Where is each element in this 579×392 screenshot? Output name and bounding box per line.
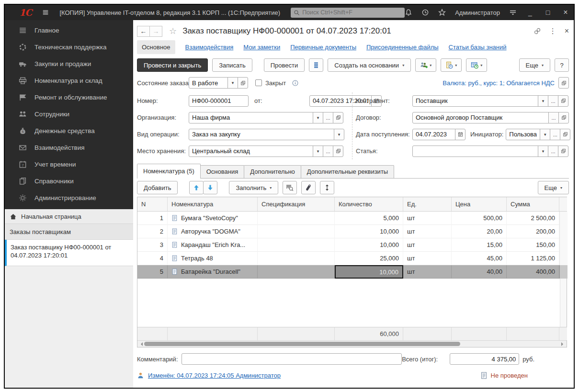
close-window-button[interactable]: × (561, 8, 570, 17)
current-user[interactable]: Администратор (455, 9, 500, 16)
col-header-specification[interactable]: Спецификация (258, 197, 335, 212)
col-header-price[interactable]: Цена (452, 197, 507, 212)
table-more-button[interactable]: Еще▾ (538, 181, 569, 194)
more-menu-icon[interactable]: ⋮ (549, 27, 556, 35)
sidebar-item-interactions[interactable]: Взаимодействия (5, 139, 133, 156)
table-row[interactable]: 3 Карандаш "Erich Kra... 10,000 шт 15,00… (137, 238, 567, 252)
nav-link-main[interactable]: Основное (137, 40, 175, 54)
v-scroll-track[interactable] (559, 212, 568, 225)
v-scroll-track[interactable] (559, 265, 568, 279)
number-input[interactable] (189, 95, 249, 107)
sidebar-item-time[interactable]: Учет времени (5, 156, 133, 173)
tab-home-page[interactable]: Начальная страница (5, 209, 133, 224)
sidebar-item-main[interactable]: Главное (5, 22, 133, 39)
dropdown-button[interactable]: ▾ (334, 129, 344, 140)
initiator-input[interactable] (506, 129, 540, 140)
main-menu-icon[interactable] (42, 9, 49, 16)
document-tasks-button[interactable]: ▾ (441, 58, 462, 72)
dropdown-button[interactable]: ▾ (227, 77, 238, 89)
tab-nomenclature[interactable]: Номенклатура (5) (137, 164, 201, 179)
nav-link-primary-docs[interactable]: Первичные документы (290, 44, 356, 51)
tab-grounds[interactable]: Основания (200, 165, 245, 178)
create-based-on-button[interactable]: Создать на основании▾ (328, 58, 411, 72)
calendar-button[interactable] (455, 129, 465, 140)
dropdown-button[interactable]: ▾ (540, 129, 550, 140)
help-button[interactable]: ? (555, 58, 569, 72)
nav-link-interactions[interactable]: Взаимодействия (185, 44, 234, 51)
close-document-icon[interactable]: × (565, 27, 569, 35)
storage-input[interactable] (189, 146, 313, 157)
service-menu-icon[interactable] (509, 9, 517, 16)
sidebar-item-purchases[interactable]: Закупки и продажи (5, 56, 133, 72)
dropdown-button[interactable]: ▾ (313, 146, 323, 157)
barcode-search-button[interactable] (283, 181, 297, 194)
barcode-scanner-button[interactable] (301, 181, 316, 194)
choose-button[interactable]: ... (323, 146, 333, 157)
article-input[interactable] (412, 146, 538, 157)
col-header-nomenclature[interactable]: Номенклатура (168, 197, 258, 212)
scroll-left-icon[interactable] (139, 342, 143, 346)
col-header-sum[interactable]: Сумма (507, 197, 559, 212)
history-icon[interactable] (421, 9, 429, 16)
more-button[interactable]: Еще▾ (519, 58, 550, 72)
total-input[interactable] (450, 353, 519, 365)
horizontal-scrollbar[interactable] (137, 340, 567, 347)
favorite-star-icon[interactable]: ☆ (169, 26, 177, 36)
save-button[interactable]: Записать (212, 58, 252, 72)
scroll-right-icon[interactable] (561, 342, 565, 346)
col-header-n[interactable]: N (137, 197, 168, 212)
sidebar-item-catalogs[interactable]: Справочники (5, 173, 133, 190)
dropdown-button[interactable]: ▾ (538, 146, 548, 157)
post-and-close-button[interactable]: Провести и закрыть (137, 58, 208, 72)
tab-supplier-order-document[interactable]: Заказ поставщику НФ00-000001 от 04.07.20… (5, 240, 133, 266)
sidebar-item-nomenclature[interactable]: Номенклатура и склад (5, 72, 133, 89)
open-button[interactable] (333, 112, 343, 123)
sidebar-item-employees[interactable]: Сотрудники (5, 106, 133, 123)
focused-cell[interactable]: 10,000 (335, 265, 403, 279)
move-down-button[interactable] (203, 181, 217, 194)
open-button[interactable] (558, 112, 569, 123)
maximize-button[interactable]: □ (544, 9, 552, 16)
search-input[interactable] (302, 9, 402, 16)
tab-additional-requisites[interactable]: Дополнительные реквизиты (301, 165, 394, 178)
operation-input[interactable] (189, 129, 334, 140)
table-row-selected[interactable]: 5 Батарейка "Duracell" 10,000 шт 40,00 4… (137, 265, 567, 279)
sidebar-item-administration[interactable]: Администрирование (5, 190, 133, 206)
info-icon[interactable] (292, 79, 299, 87)
dropdown-button[interactable]: ▾ (538, 95, 548, 107)
forward-arrow-button[interactable]: → (149, 26, 162, 37)
choose-button[interactable]: ... (550, 129, 560, 140)
table-row[interactable]: 2 Авторучка "DOGMA" 10,000 шт 20,00 200,… (137, 225, 567, 238)
contractor-input[interactable] (412, 95, 538, 107)
open-button[interactable] (558, 95, 568, 107)
v-scroll-track[interactable] (559, 252, 568, 265)
currency-open-button[interactable] (558, 77, 569, 89)
modified-link[interactable]: Изменён: 04.07.2023 17:24:05 Администрат… (148, 372, 281, 379)
sidebar-item-repair[interactable]: Ремонт и обслуживание (5, 89, 133, 106)
order-state-input[interactable] (189, 77, 228, 89)
back-arrow-button[interactable]: ← (137, 26, 150, 37)
v-scroll-track[interactable] (559, 225, 568, 238)
tab-additional[interactable]: Дополнительно (244, 165, 301, 178)
fit-rows-button[interactable] (320, 181, 334, 194)
nav-link-attached-files[interactable]: Присоединенные файлы (366, 44, 439, 51)
choose-button[interactable]: ... (548, 112, 559, 123)
choose-button[interactable]: ... (548, 146, 558, 157)
organization-input[interactable] (189, 112, 313, 123)
scrollbar-thumb[interactable] (144, 342, 460, 346)
closed-checkbox[interactable] (255, 79, 262, 86)
currency-info-link[interactable]: Валюта: руб., курс: 1; Облагается НДС (443, 79, 555, 87)
sidebar-item-money[interactable]: Денежные средства (5, 123, 133, 139)
open-button[interactable] (560, 129, 570, 140)
fill-button[interactable]: Заполнить▾ (229, 181, 278, 194)
col-header-unit[interactable]: Ед. (403, 197, 452, 212)
open-button[interactable] (238, 77, 248, 89)
favorites-star-icon[interactable] (438, 9, 446, 16)
open-button[interactable] (558, 146, 568, 157)
contract-input[interactable] (412, 112, 549, 123)
v-scroll-track[interactable] (559, 238, 568, 252)
sidebar-item-support[interactable]: Техническая поддержка (5, 39, 133, 56)
table-row[interactable]: 4 Тетрадь 48 25,000 шт 45,00 1 125,00 (137, 252, 567, 265)
assign-responsible-button[interactable]: ▾ (415, 58, 436, 72)
nav-link-kb-articles[interactable]: Статьи базы знаний (449, 44, 507, 51)
